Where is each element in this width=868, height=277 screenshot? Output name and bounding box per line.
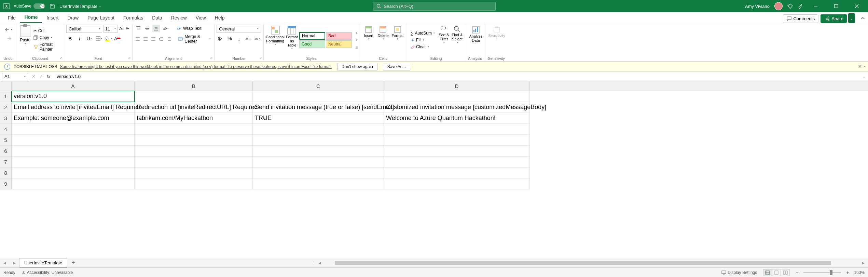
increase-indent-icon[interactable] [166, 35, 172, 43]
sort-filter-button[interactable]: Sort & Filter▾ [438, 25, 450, 55]
cell[interactable] [135, 168, 253, 179]
tab-insert[interactable]: Insert [42, 13, 63, 23]
italic-button[interactable]: I [76, 35, 83, 42]
align-left-icon[interactable] [135, 35, 141, 43]
row-header[interactable]: 2 [0, 102, 12, 113]
cell[interactable] [12, 168, 135, 179]
decrease-indent-icon[interactable] [158, 35, 164, 43]
row-header[interactable]: 5 [0, 135, 12, 146]
decrease-decimal-icon[interactable]: .00.0 [254, 35, 261, 42]
tab-view[interactable]: View [191, 13, 210, 23]
normal-view-button[interactable] [763, 269, 772, 276]
cell[interactable] [253, 168, 384, 179]
tab-home[interactable]: Home [20, 12, 42, 23]
cell[interactable] [253, 124, 384, 135]
find-select-button[interactable]: Find & Select▾ [452, 25, 463, 55]
percent-button[interactable]: % [226, 35, 233, 42]
merge-center-button[interactable]: Merge & Center▾ [176, 34, 212, 44]
add-sheet-button[interactable]: + [67, 259, 79, 266]
cell[interactable] [253, 135, 384, 146]
font-color-button[interactable]: A▾ [114, 35, 122, 42]
copy-button[interactable]: Copy▾ [32, 35, 62, 41]
insert-cells-button[interactable]: Insert▾ [361, 25, 376, 55]
maximize-button[interactable] [828, 0, 844, 12]
font-size-combo[interactable]: 11▾ [104, 25, 118, 33]
column-header[interactable]: B [135, 81, 253, 91]
cell[interactable]: fabrikam.com/MyHackathon [135, 113, 253, 124]
cell[interactable]: Welcome to Azure Quantum Hackathon! [384, 113, 530, 124]
expand-formula-bar-icon[interactable]: ⌄ [860, 75, 868, 78]
align-center-icon[interactable] [142, 35, 149, 43]
row-header[interactable]: 6 [0, 146, 12, 157]
message-text[interactable]: Some features might be lost if you save … [60, 64, 332, 69]
cell-style-good[interactable]: Good [299, 40, 325, 48]
cell[interactable]: version:v1.0 [12, 91, 135, 102]
cell[interactable]: TRUE [253, 113, 384, 124]
currency-button[interactable]: $▾ [217, 35, 224, 42]
align-top-icon[interactable] [135, 25, 142, 32]
cell[interactable] [12, 124, 135, 135]
number-dialog-icon[interactable]: ⤢ [259, 56, 262, 60]
ribbon-options-icon[interactable]: ⌄ [863, 62, 866, 68]
username[interactable]: Amy Viviano [745, 4, 770, 9]
row-header[interactable]: 9 [0, 179, 12, 189]
collapse-ribbon-button[interactable] [858, 14, 868, 23]
hscroll-left-icon[interactable]: ◂ [315, 260, 325, 266]
conditional-formatting-button[interactable]: Conditional Formatting▾ [266, 25, 285, 55]
row-header[interactable]: 7 [0, 157, 12, 168]
tab-formulas[interactable]: Formulas [119, 13, 148, 23]
cell[interactable]: Customized invitation message [customize… [384, 102, 530, 113]
wrap-text-button[interactable]: Wrap Text [175, 25, 203, 32]
tab-file[interactable]: File [3, 13, 20, 23]
row-header[interactable]: 3 [0, 113, 12, 124]
enter-formula-icon[interactable]: ✓ [38, 73, 44, 80]
border-button[interactable]: ▾ [95, 35, 102, 42]
horizontal-scrollbar[interactable] [331, 260, 852, 266]
cell[interactable] [384, 146, 530, 157]
fx-icon[interactable]: fx [45, 73, 52, 80]
format-painter-button[interactable]: Format Painter [32, 41, 62, 52]
cell[interactable] [135, 157, 253, 168]
cell[interactable] [135, 124, 253, 135]
tab-review[interactable]: Review [167, 13, 191, 23]
coming-soon-icon[interactable] [798, 3, 803, 9]
column-header[interactable]: A [12, 81, 135, 91]
page-layout-view-button[interactable] [772, 269, 781, 276]
tab-help[interactable]: Help [210, 13, 229, 23]
undo-button[interactable]: ▾ [5, 26, 12, 34]
cell[interactable] [135, 135, 253, 146]
row-header[interactable]: 8 [0, 168, 12, 179]
cut-button[interactable]: ✂Cut [32, 28, 62, 34]
fill-button[interactable]: Fill▾ [409, 37, 436, 43]
avatar[interactable] [774, 2, 783, 10]
cell[interactable] [253, 146, 384, 157]
row-header[interactable]: 4 [0, 124, 12, 135]
redo-button[interactable] [5, 35, 12, 42]
alignment-dialog-icon[interactable]: ⤢ [210, 56, 213, 60]
page-break-view-button[interactable] [781, 269, 790, 276]
align-right-icon[interactable] [150, 35, 156, 43]
paste-button[interactable]: Paste ▾ [18, 25, 32, 55]
cell-style-normal[interactable]: Normal [299, 32, 325, 40]
align-middle-icon[interactable] [143, 25, 151, 32]
diamond-icon[interactable] [787, 3, 793, 9]
formula-input[interactable]: version:v1.0 [54, 74, 860, 79]
format-as-table-button[interactable]: Format as Table▾ [286, 25, 298, 55]
minimize-button[interactable] [808, 0, 824, 12]
cell[interactable] [135, 91, 253, 102]
comma-button[interactable]: , [235, 35, 243, 42]
clipboard-dialog-icon[interactable]: ⤢ [60, 56, 63, 60]
cell[interactable] [253, 157, 384, 168]
close-message-icon[interactable]: ✕ [856, 64, 864, 69]
cell[interactable] [12, 146, 135, 157]
align-bottom-icon[interactable] [152, 25, 160, 32]
cell[interactable] [384, 91, 530, 102]
autosave-toggle[interactable]: AutoSave Off [14, 3, 45, 9]
decrease-font-icon[interactable]: A▾ [125, 25, 130, 32]
cell[interactable] [384, 135, 530, 146]
sheet-tab[interactable]: UserInviteTemplate [19, 258, 67, 268]
font-name-combo[interactable]: Calibri▾ [66, 25, 102, 33]
autosum-button[interactable]: ∑AutoSum▾ [409, 30, 436, 36]
sheet-nav-next-icon[interactable]: ▸ [10, 260, 19, 266]
zoom-in-button[interactable]: + [844, 269, 851, 276]
